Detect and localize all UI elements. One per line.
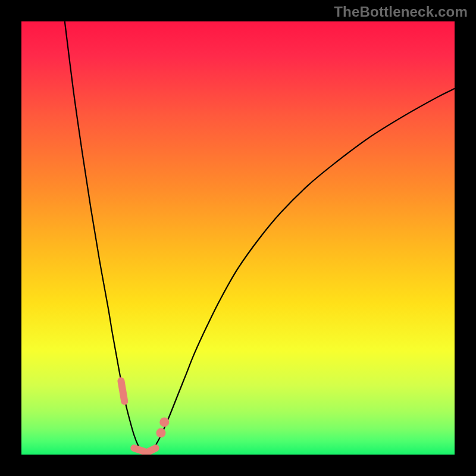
chart-frame: TheBottleneck.com <box>0 0 476 476</box>
background-gradient <box>21 21 455 455</box>
marker-dot-3 <box>156 428 165 438</box>
plot-area <box>21 21 455 455</box>
marker-capsule-2 <box>147 448 156 452</box>
marker-capsule-0 <box>121 381 124 401</box>
marker-dot-4 <box>159 417 169 427</box>
chart-svg <box>21 21 455 455</box>
watermark-text: TheBottleneck.com <box>334 4 468 20</box>
